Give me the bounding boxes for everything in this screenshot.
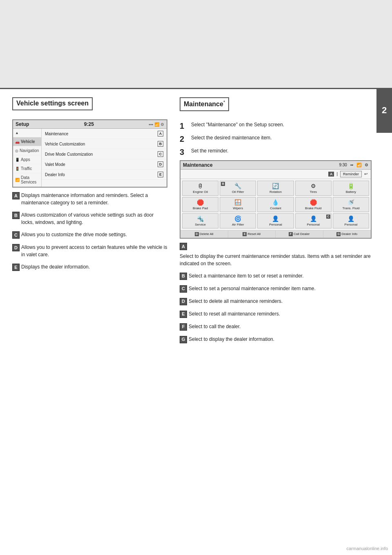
step-3-text: Set the reminder. <box>191 147 228 154</box>
personal-3-label: Personal <box>345 223 358 226</box>
maint-cell-brake-pad[interactable]: 🛑 Brake Pad <box>182 197 218 212</box>
badge-c: C <box>12 231 20 239</box>
sidebar-item-navigation[interactable]: ◎ Navigation <box>13 146 41 155</box>
menu-item-drive-mode[interactable]: Drive Mode Customization C <box>42 149 167 159</box>
reset-all-label: Reset All <box>247 232 261 236</box>
signal-icon: ▪▪▪ <box>149 122 153 127</box>
engine-oil-label: Engine Oil <box>193 190 208 194</box>
coolant-icon: 💧 <box>272 199 279 206</box>
menu-item-valet-mode[interactable]: Valet Mode D <box>42 159 167 170</box>
maint-desc-text-e: Select to reset all maintenance reminder… <box>189 310 372 318</box>
maint-cell-battery[interactable]: 🔋 Battery <box>333 181 369 196</box>
badge-e: E <box>12 264 20 271</box>
maint-cell-tires[interactable]: ⚙ Tires <box>295 181 332 196</box>
maint-cell-air-filter[interactable]: 🌀 Air Filter <box>220 213 256 228</box>
menu-item-vehicle-customization[interactable]: Vehicle Customization B <box>42 139 167 149</box>
air-filter-label: Air Filter <box>232 223 244 226</box>
maint-cell-service[interactable]: 🔩 Service <box>182 213 218 228</box>
maintenance-title: Maintenance <box>184 101 223 107</box>
oil-filter-icon: 🔧 <box>234 183 241 189</box>
brake-pad-label: Brake Pad <box>193 206 208 210</box>
air-filter-icon: 🌀 <box>234 215 241 222</box>
maint-delete-all-btn[interactable]: D Delete All <box>180 231 228 238</box>
maint-wifi-icon: 📶 <box>356 163 361 167</box>
maint-cell-engine-oil[interactable]: 🛢 Engine Oil <box>182 181 218 196</box>
arrow-up-icon: ▲ <box>15 131 19 135</box>
maint-reminder-button[interactable]: Reminder <box>340 171 362 177</box>
menu-drive-mode-label: Drive Mode Customization <box>45 152 93 157</box>
sidebar-item-traffic[interactable]: 🚦 Traffic <box>13 164 41 173</box>
maint-cell-personal-3[interactable]: 👤 Personal <box>333 213 369 228</box>
badge-a: A <box>12 192 20 199</box>
trans-fluid-icon: 🚿 <box>347 199 354 206</box>
badge-b: B <box>12 212 20 219</box>
maint-cell-oil-filter[interactable]: B 🔧 Oil Filter <box>220 181 256 196</box>
maintenance-asterisk: * <box>223 100 225 105</box>
desc-text-d: Allows you to prevent access to certain … <box>21 244 167 258</box>
oil-filter-badge-b: B <box>221 182 225 186</box>
step-2-text: Select the desired maintenance item. <box>191 134 272 141</box>
maint-back-icon[interactable]: ↩ <box>364 172 368 176</box>
sidebar-traffic-label: Traffic <box>21 166 32 171</box>
wipers-icon: 🪟 <box>234 199 241 206</box>
sidebar-item-apps[interactable]: 📱 Apps <box>13 155 41 164</box>
maint-desc-item-d: D Select to delete all maintenance remin… <box>180 298 372 305</box>
maint-call-dealer-btn[interactable]: F Call Dealer <box>276 231 323 238</box>
desc-item-b: B Allows customization of various vehicl… <box>12 211 167 226</box>
battery-icon: 🔋 <box>347 183 354 189</box>
maint-desc-text-f: Select to call the dealer. <box>189 323 372 330</box>
sidebar-item-data-services[interactable]: 📶 Data Services <box>13 173 41 187</box>
maint-cell-rotation[interactable]: 🔄 Rotation <box>257 181 294 196</box>
screen-header: Setup 9:25 ▪▪▪ 📶 ⚙ <box>13 120 167 129</box>
menu-vehicle-customization-label: Vehicle Customization <box>45 142 85 146</box>
personal-1-label: Personal <box>269 223 282 226</box>
call-dealer-badge: F <box>289 232 293 236</box>
menu-vehicle-customization-badge: B <box>158 141 163 147</box>
maint-cell-brake-fluid[interactable]: 🛑 Brake Fluid <box>295 197 332 212</box>
sidebar-navigation-label: Navigation <box>20 148 39 153</box>
main-content: Vehicle settings screen Setup 9:25 ▪▪▪ 📶… <box>0 89 392 356</box>
maint-desc-text-g: Select to display the dealer information… <box>189 336 372 343</box>
desc-item-d: D Allows you to prevent access to certai… <box>12 244 167 258</box>
maint-desc-item-c: C Select to set a personal maintenance r… <box>180 285 372 293</box>
menu-dealer-info-label: Dealer Info <box>45 172 65 177</box>
left-column: Vehicle settings screen Setup 9:25 ▪▪▪ 📶… <box>12 97 167 348</box>
desc-text-c: Allows you to customize the drive mode s… <box>21 231 167 238</box>
maint-reset-all-btn[interactable]: E Reset All <box>228 231 276 238</box>
maint-items-grid: 🛢 Engine Oil B 🔧 Oil Filter 🔄 Rotation ⚙ <box>180 179 371 230</box>
maint-badge-c: C <box>180 285 187 293</box>
maint-reminder-label: Reminder <box>343 172 359 176</box>
step-1-num: 1 <box>180 121 188 131</box>
maint-cell-personal-2[interactable]: C 👤 Personal <box>295 213 332 228</box>
maint-desc-text-b: Select a maintenance item to set or rese… <box>189 272 372 280</box>
dealer-info-label: Dealer Info <box>341 232 357 236</box>
maint-badge-f: F <box>180 323 187 331</box>
maint-badge-d: D <box>180 298 187 305</box>
maint-cell-personal-1[interactable]: 👤 Personal <box>257 213 294 228</box>
desc-text-b: Allows customization of various vehicle … <box>21 211 167 226</box>
maint-cell-wipers[interactable]: 🪟 Wipers <box>220 197 256 212</box>
step-3-num: 3 <box>180 147 188 157</box>
maint-cell-trans-fluid[interactable]: 🚿 Trans. Fluid <box>333 197 369 212</box>
sidebar-up-arrow[interactable]: ▲ <box>13 129 41 137</box>
apps-icon: 📱 <box>15 158 20 162</box>
menu-valet-mode-badge: D <box>158 161 163 167</box>
maint-settings-icon: ⚙ <box>365 163 368 167</box>
right-column: Maintenance* 1 Select "Maintenance" on t… <box>180 97 372 348</box>
maint-desc-text-d: Select to delete all maintenance reminde… <box>189 298 372 305</box>
maint-badge-a-inline: A <box>328 172 334 177</box>
battery-label: Battery <box>346 190 356 194</box>
menu-item-maintenance[interactable]: Maintenance A <box>42 129 167 139</box>
maint-badge-b: B <box>180 273 187 280</box>
maint-dealer-info-btn[interactable]: G Dealer Info <box>323 231 371 238</box>
rotation-label: Rotation <box>270 190 282 194</box>
sidebar-item-vehicle[interactable]: 🚗 Vehicle <box>13 137 41 146</box>
maint-cell-coolant[interactable]: 💧 Coolant <box>257 197 294 212</box>
vehicle-settings-title: Vehicle settings screen <box>16 100 89 107</box>
maint-desc-text-a: Select to display the current maintenanc… <box>180 253 372 267</box>
watermark: carmanualonline.info <box>346 546 388 551</box>
vehicle-setup-screen: Setup 9:25 ▪▪▪ 📶 ⚙ ▲ 🚗 <box>12 119 167 188</box>
menu-item-dealer-info[interactable]: Dealer Info E <box>42 170 167 180</box>
screen-sidebar: ▲ 🚗 Vehicle ◎ Navigation 📱 Apps <box>13 129 42 187</box>
maint-screen-header: Maintenance 9:30 ▪▪ 📶 ⚙ <box>180 161 371 170</box>
